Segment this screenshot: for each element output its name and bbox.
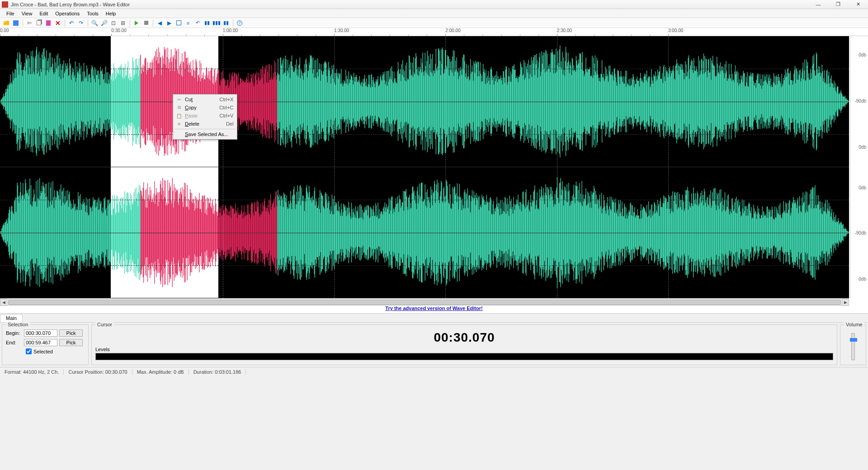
db-scale: 0db-90db0db0db-90db0db xyxy=(850,36,868,298)
levels-meter xyxy=(95,353,833,360)
db-label: 0db xyxy=(859,145,866,150)
time-guide xyxy=(557,36,557,298)
context-menu-cut[interactable]: ✂CutCtrl+X xyxy=(174,95,236,103)
paste-button[interactable] xyxy=(44,19,53,28)
context-menu: ✂CutCtrl+X⧉CopyCtrl+C📋PasteCtrl+V✕Delete… xyxy=(173,94,237,140)
pick-end-button[interactable]: Pick xyxy=(59,339,83,346)
end-input[interactable] xyxy=(24,339,57,346)
toolbar-separator xyxy=(153,19,153,27)
begin-input[interactable] xyxy=(24,329,57,337)
zoom-selection-icon: ⊞ xyxy=(121,20,125,26)
menu-operations[interactable]: Operations xyxy=(52,10,83,17)
zoom-in-button[interactable]: 🔍 xyxy=(90,19,99,28)
fade-icon: ↶ xyxy=(196,20,200,26)
paste-icon: 📋 xyxy=(176,113,182,118)
context-menu-shortcut: Ctrl+X xyxy=(220,97,234,102)
effect-fade-button[interactable]: ↶ xyxy=(193,19,202,28)
zoom-selection-button[interactable]: ⊞ xyxy=(118,19,127,28)
context-menu-copy[interactable]: ⧉CopyCtrl+C xyxy=(174,103,236,112)
tab-main[interactable]: Main xyxy=(0,314,23,322)
goto-start-button[interactable]: ◀ xyxy=(155,19,164,28)
effect-button-1[interactable]: ▮▮ xyxy=(203,19,212,28)
end-label: End: xyxy=(6,340,22,345)
volume-slider[interactable] xyxy=(851,333,855,360)
status-duration: Duration: 0:03:01.186 xyxy=(189,369,246,375)
help-button[interactable]: ? xyxy=(235,19,244,28)
toolbar-separator xyxy=(130,19,130,27)
stop-button[interactable] xyxy=(142,19,151,28)
ruler-tick: 0:30.00 xyxy=(111,28,126,33)
channel-guide xyxy=(0,69,849,69)
open-button[interactable] xyxy=(2,19,11,28)
selected-label[interactable]: Selected xyxy=(33,349,53,354)
horizontal-scrollbar[interactable]: ◀ ▶ xyxy=(0,298,849,306)
menu-tools[interactable]: Tools xyxy=(83,10,102,17)
context-menu-paste: 📋PasteCtrl+V xyxy=(174,112,236,120)
minimize-button[interactable]: — xyxy=(808,0,828,9)
undo-icon: ↶ xyxy=(69,20,74,26)
window-titlebar: Jim Croce - Bad, Bad Leroy Brown.mp3 - W… xyxy=(0,0,868,9)
menu-view[interactable]: View xyxy=(18,10,36,17)
channel-left[interactable] xyxy=(0,36,849,167)
scroll-right-button[interactable]: ▶ xyxy=(842,299,849,306)
effect-button-3[interactable]: ▮▮ xyxy=(222,19,231,28)
context-menu-label: Paste xyxy=(185,113,214,118)
copy-button[interactable] xyxy=(34,19,43,28)
toolbar-separator xyxy=(88,19,88,27)
goto-end-button[interactable]: ▶ xyxy=(165,19,174,28)
goto-start-icon: ◀ xyxy=(158,20,162,26)
time-ruler[interactable]: 0.000:30.001:00.001:30.002:00.002:30.003… xyxy=(0,28,868,36)
menu-edit[interactable]: Edit xyxy=(36,10,52,17)
scroll-left-button[interactable]: ◀ xyxy=(0,299,7,306)
waveform-container: 0db-90db0db0db-90db0db ◀ ▶ xyxy=(0,36,868,306)
menu-file[interactable]: File xyxy=(3,10,18,17)
scissors-icon: ✄ xyxy=(27,20,32,26)
copy-icon xyxy=(37,20,41,25)
channel-midline xyxy=(0,102,849,102)
toolbar-separator xyxy=(23,19,23,27)
time-guide xyxy=(334,36,335,298)
channel-right[interactable] xyxy=(0,167,849,298)
maximize-button[interactable]: ❐ xyxy=(828,0,848,9)
external-button[interactable] xyxy=(174,19,183,28)
app-icon xyxy=(2,1,8,8)
cut-icon: ✂ xyxy=(176,97,182,102)
ruler-tick: 2:00.00 xyxy=(445,28,460,33)
promo-link[interactable]: Try the advanced version of Wave Editor! xyxy=(385,306,482,311)
ruler-tick: 2:30.00 xyxy=(557,28,572,33)
context-menu-label: Delete xyxy=(185,121,221,127)
volume-thumb[interactable] xyxy=(850,338,857,342)
context-menu-save-selected-as[interactable]: Save Selected As... xyxy=(174,130,236,138)
time-guide xyxy=(668,36,669,298)
selected-checkbox[interactable] xyxy=(26,348,32,354)
pick-begin-button[interactable]: Pick xyxy=(59,329,83,337)
zoom-in-icon: 🔍 xyxy=(91,20,98,26)
redo-button[interactable]: ↷ xyxy=(76,19,85,28)
delete-button[interactable]: ✕ xyxy=(53,19,62,28)
effect-button-2[interactable]: ▮▮▮ xyxy=(212,19,221,28)
zoom-fit-button[interactable]: ⊡ xyxy=(109,19,118,28)
menu-help[interactable]: Help xyxy=(102,10,120,17)
spectrum-icon: ▮▮ xyxy=(223,20,229,26)
close-button[interactable]: ✕ xyxy=(848,0,868,9)
cut-button[interactable]: ✄ xyxy=(25,19,34,28)
db-label: 0db xyxy=(859,185,866,190)
bottom-panels: Selection Begin: Pick End: Pick Selected… xyxy=(0,323,868,367)
play-button[interactable] xyxy=(132,19,141,28)
save-button[interactable] xyxy=(11,19,20,28)
help-icon: ? xyxy=(237,20,242,26)
effect-normalize-button[interactable]: ≡ xyxy=(184,19,193,28)
begin-label: Begin: xyxy=(6,330,22,336)
context-menu-shortcut: Del xyxy=(226,121,234,127)
context-menu-delete[interactable]: ✕DeleteDel xyxy=(174,120,236,128)
scrollbar-thumb[interactable] xyxy=(8,300,841,305)
save-icon xyxy=(13,20,19,26)
zoom-out-button[interactable]: 🔎 xyxy=(99,19,108,28)
waveform-area[interactable] xyxy=(0,36,849,298)
normalize-icon: ≡ xyxy=(187,20,189,26)
undo-button[interactable]: ↶ xyxy=(67,19,76,28)
status-bar: Format: 44100 Hz, 2 Ch. Cursor Position:… xyxy=(0,367,868,376)
delete-icon: ✕ xyxy=(176,122,182,127)
bars-icon: ▮▮ xyxy=(204,20,210,26)
time-guide xyxy=(223,36,223,298)
